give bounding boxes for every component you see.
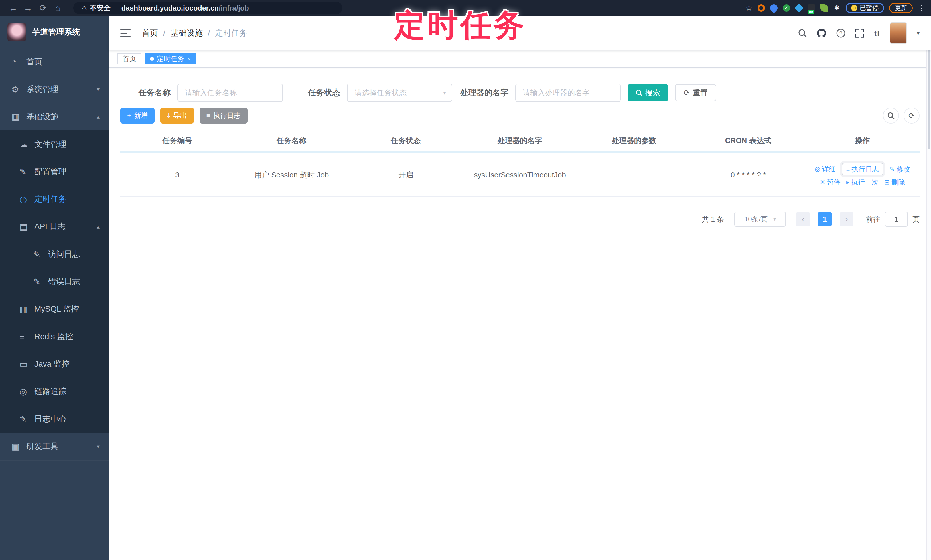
- prev-page-button[interactable]: ‹: [796, 212, 810, 226]
- extension-icon[interactable]: on: [808, 4, 815, 12]
- goto-page-input[interactable]: [885, 212, 908, 227]
- document-icon: ▤: [20, 222, 34, 232]
- pause-icon: ✕: [820, 178, 825, 186]
- edit-link[interactable]: ✎ 修改: [889, 165, 910, 174]
- eye-icon: ◎: [20, 386, 34, 397]
- cell-actions: ◎ 详细 ≡ 执行日志 ✎ 修改: [805, 160, 920, 189]
- job-log-link-label: 执行日志: [851, 165, 879, 174]
- sidebar-item-mysql-monitor[interactable]: ▥ MySQL 监控: [0, 295, 109, 323]
- app-logo-row: 芋道管理系统: [0, 16, 109, 48]
- user-menu-caret-icon[interactable]: ▾: [917, 30, 920, 37]
- paused-extension-button[interactable]: ☺ 已暂停: [846, 3, 884, 13]
- search-icon[interactable]: [798, 29, 807, 38]
- edit-square-icon: ✎: [33, 249, 48, 259]
- github-icon[interactable]: [817, 28, 826, 38]
- col-header-job-status: 任务状态: [349, 135, 463, 146]
- browser-menu-dots-icon[interactable]: ⋮: [918, 4, 925, 12]
- delete-icon: ⊟: [884, 178, 889, 186]
- delete-link[interactable]: ⊟ 删除: [884, 178, 905, 187]
- refresh-table-button[interactable]: ⟳: [903, 108, 920, 124]
- browser-home-icon[interactable]: ⌂: [50, 0, 65, 16]
- handler-name-text: sysUserSessionTimeoutJob: [474, 169, 566, 181]
- breadcrumb-home[interactable]: 首页: [142, 28, 158, 38]
- sidebar-item-label: 研发工具: [26, 441, 59, 452]
- job-status-label: 任务状态: [308, 87, 340, 98]
- fullscreen-icon[interactable]: [855, 29, 864, 38]
- search-button[interactable]: 搜索: [627, 84, 668, 101]
- edit-icon: ✎: [889, 165, 894, 173]
- sidebar: 芋道管理系统 ◔ 首页 ⚙ 系统管理 ▾ ▦ 基础设施 ▴ ☁ 文件管理: [0, 16, 109, 560]
- job-name-label: 任务名称: [139, 87, 171, 98]
- sidebar-item-api-logs[interactable]: ▤ API 日志 ▴: [0, 213, 109, 240]
- sidebar-item-label: 访问日志: [48, 249, 80, 260]
- next-page-button[interactable]: ›: [840, 212, 853, 226]
- extension-icon[interactable]: [757, 4, 765, 12]
- cell-cron: 0 * * * * ? *: [691, 171, 805, 179]
- job-status-select[interactable]: 请选择任务状态 ▾: [347, 83, 452, 102]
- extension-icon[interactable]: ✱: [833, 4, 840, 12]
- sidebar-item-label: Redis 监控: [34, 331, 73, 342]
- extension-icon[interactable]: [769, 3, 779, 14]
- sidebar-item-scheduled-jobs[interactable]: ◷ 定时任务: [0, 185, 109, 213]
- goto-label: 前往: [866, 215, 880, 224]
- run-once-link[interactable]: ▸ 执行一次: [846, 178, 879, 187]
- sidebar-item-java-monitor[interactable]: ▭ Java 监控: [0, 350, 109, 378]
- download-icon: ⤓: [167, 112, 170, 120]
- update-button[interactable]: 更新: [889, 3, 913, 13]
- sidebar-item-redis-monitor[interactable]: ≡ Redis 监控: [0, 323, 109, 350]
- close-icon[interactable]: ×: [187, 56, 190, 62]
- vertical-scrollbar[interactable]: [926, 16, 931, 560]
- sidebar-item-label: 日志中心: [34, 414, 66, 425]
- add-button[interactable]: + 新增: [120, 108, 154, 124]
- user-avatar[interactable]: [890, 22, 907, 44]
- page-1-button[interactable]: 1: [818, 212, 832, 226]
- breadcrumb-infrastructure[interactable]: 基础设施: [171, 28, 203, 38]
- display-icon: ▭: [20, 359, 34, 369]
- export-button[interactable]: ⤓ 导出: [160, 108, 194, 124]
- sidebar-item-config-management[interactable]: ✎ 配置管理: [0, 158, 109, 185]
- address-bar[interactable]: ⚠ 不安全 dashboard.yudao.iocoder.cn /infra/…: [73, 2, 342, 14]
- bookmark-star-icon[interactable]: ☆: [746, 4, 752, 12]
- sidebar-item-dev-tools[interactable]: ▣ 研发工具 ▾: [0, 433, 109, 460]
- jobs-table: 任务编号 任务名称 任务状态 处理器的名字 处理器的参数 CRON 表达式 操作…: [120, 131, 920, 197]
- sidebar-item-file-management[interactable]: ☁ 文件管理: [0, 131, 109, 158]
- tab-scheduled-jobs[interactable]: 定时任务 ×: [145, 53, 196, 65]
- browser-reload-icon[interactable]: ⟳: [35, 0, 50, 16]
- tab-home[interactable]: 首页: [117, 53, 142, 65]
- browser-back-icon[interactable]: ←: [6, 0, 21, 16]
- sidebar-collapse-icon[interactable]: [120, 29, 131, 37]
- sidebar-item-home[interactable]: ◔ 首页: [0, 48, 109, 75]
- search-form: 任务名称 任务状态 请选择任务状态 ▾ 处理器的名字 搜索: [139, 83, 920, 102]
- add-button-label: 新增: [134, 111, 148, 120]
- sidebar-item-log-center[interactable]: ✎ 日志中心: [0, 405, 109, 433]
- col-header-job-id: 任务编号: [120, 135, 234, 146]
- handler-name-input[interactable]: [515, 83, 621, 102]
- tags-view-bar: 首页 定时任务 ×: [109, 50, 931, 68]
- sidebar-item-error-logs[interactable]: ✎ 错误日志: [0, 268, 109, 295]
- page-size-select[interactable]: 10条/页 ▾: [734, 212, 786, 227]
- clock-icon: ◷: [20, 194, 34, 204]
- select-placeholder: 请选择任务状态: [355, 88, 407, 98]
- help-icon[interactable]: ?: [836, 29, 845, 38]
- font-size-icon[interactable]: tT: [874, 29, 880, 38]
- sidebar-item-infrastructure[interactable]: ▦ 基础设施 ▴: [0, 103, 109, 131]
- extension-icon[interactable]: [820, 4, 828, 12]
- sidebar-item-trace[interactable]: ◎ 链路追踪: [0, 378, 109, 405]
- page-unit-label: 页: [913, 215, 920, 224]
- cell-job-status: 开启: [349, 170, 463, 180]
- job-log-link[interactable]: ≡ 执行日志: [842, 163, 884, 175]
- page-size-value: 10条/页: [744, 215, 768, 224]
- detail-link[interactable]: ◎ 详细: [815, 165, 835, 174]
- sidebar-item-system-management[interactable]: ⚙ 系统管理 ▾: [0, 75, 109, 103]
- toggle-search-button[interactable]: [883, 108, 899, 124]
- extension-icon[interactable]: [794, 3, 803, 12]
- infrastructure-icon: ▦: [11, 112, 26, 122]
- browser-forward-icon[interactable]: →: [21, 0, 35, 16]
- reset-button[interactable]: ⟳ 重置: [675, 84, 716, 101]
- pause-link[interactable]: ✕ 暂停: [820, 178, 840, 187]
- chevron-down-icon: ▾: [97, 86, 100, 93]
- job-name-input[interactable]: [177, 83, 283, 102]
- sidebar-item-access-logs[interactable]: ✎ 访问日志: [0, 240, 109, 268]
- exec-log-button[interactable]: ≡ 执行日志: [200, 108, 248, 124]
- extension-icon[interactable]: ✓: [783, 4, 790, 12]
